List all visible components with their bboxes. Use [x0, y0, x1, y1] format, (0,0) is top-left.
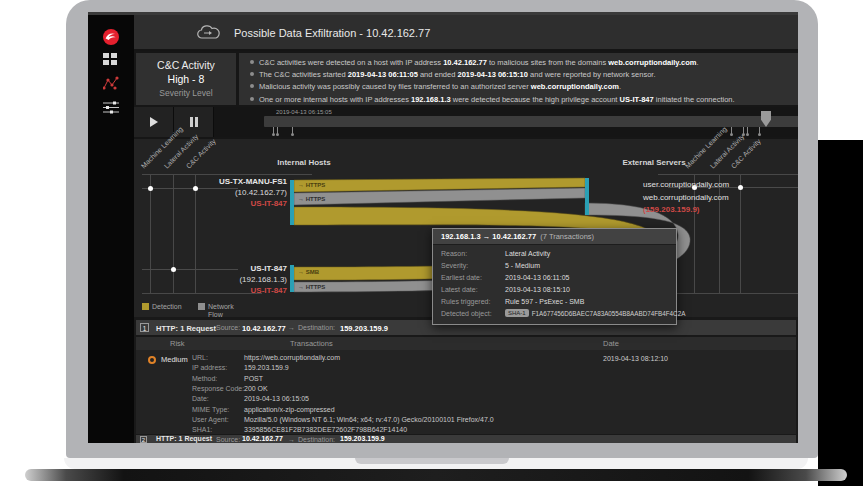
alert-bullet: One or more internal hosts with IP addre…: [247, 95, 792, 104]
detection-swatch: [142, 303, 149, 310]
transactions-table-header: Risk Transactions Date: [136, 337, 796, 350]
col-date: Date: [603, 337, 619, 350]
transaction-detail-row: Medium URL:https://web.corruptiondaily.c…: [136, 350, 796, 434]
alert-summary-panel: C&C activities were detected on a host w…: [239, 53, 798, 105]
mime-type-value: application/x-zip-compressed: [244, 406, 335, 413]
grid-column-line: [150, 174, 151, 293]
alert-bullet: C&C activities were detected on a host w…: [247, 58, 792, 67]
network-flow-swatch: [198, 303, 205, 310]
ip-value: 159.203.159.9: [244, 364, 289, 371]
flow-tooltip: 192.168.1.3 → 10.42.162.77 (7 Transactio…: [432, 228, 677, 325]
tooltip-row: Rules triggered:Rule 597 - PsExec - SMB: [433, 296, 676, 308]
play-button[interactable]: [134, 107, 174, 137]
method-value: POST: [244, 375, 263, 382]
flow-protocol-label: → HTTPS: [298, 182, 325, 188]
grid-border: [658, 293, 798, 294]
risk-label: Medium: [161, 355, 188, 364]
tooltip-detected-row: Detected object:SHA-1F1A677456D6BAEC7A83…: [433, 308, 676, 320]
risk-medium-icon: [148, 356, 156, 364]
page-title: Possible Data Exfiltration - 10.42.162.7…: [234, 15, 430, 51]
bullet-icon: [250, 84, 254, 88]
bullet-icon: [250, 97, 254, 101]
severity-panel: C&C Activity High - 8 Severity Level: [136, 53, 236, 105]
tooltip-count: (7 Transactions): [540, 232, 594, 241]
detection-dot[interactable]: [148, 186, 153, 191]
laptop-base: [64, 458, 808, 469]
laptop-frame: Possible Data Exfiltration - 10.42.162.7…: [66, 0, 818, 458]
timeline-timestamp: 2019-04-13 06:15:05: [276, 109, 332, 115]
grid-column-line: [173, 174, 174, 293]
pause-icon: [190, 117, 198, 127]
severity-caption: Severity Level: [136, 88, 236, 98]
timeline-track[interactable]: [264, 116, 798, 127]
detection-dot[interactable]: [171, 267, 176, 272]
correlation-graph-icon[interactable]: [103, 76, 119, 92]
page-background: Possible Data Exfiltration - 10.42.162.7…: [0, 0, 863, 486]
internal-hosts-header: Internal Hosts: [249, 158, 359, 167]
source-ip: 10.42.162.77: [242, 324, 286, 333]
grid-border: [658, 174, 798, 175]
timeline-event-tick: [273, 127, 274, 134]
internal-host-node[interactable]: US-TX-MANU-FS1 (10.42.162.77) US-IT-847: [180, 176, 287, 209]
request-number-badge: 1: [140, 323, 149, 332]
laptop-base-shadow: [25, 469, 847, 481]
tooltip-title: 192.168.1.3 → 10.42.162.77: [441, 232, 536, 241]
sha1-badge: SHA-1: [505, 309, 529, 317]
flow-protocol-label: → HTTPS: [298, 196, 325, 202]
arrow-glyph: →: [288, 324, 295, 331]
timeline-event-tick: [277, 127, 278, 134]
page-dark-section: [818, 140, 863, 486]
exfiltration-cloud-icon: [196, 25, 222, 45]
internal-host-node[interactable]: US-IT-847 (192.168.1.3) US-IT-847: [180, 263, 287, 296]
timeline-event-tick: [759, 127, 760, 134]
request-group-row-2[interactable]: 2 HTTP: 1 Request Source: 10.42.162.77 →…: [136, 435, 796, 443]
date-value: 2019-04-13 06:15:05: [244, 395, 309, 402]
incident-title-bar: Possible Data Exfiltration - 10.42.162.7…: [134, 15, 798, 51]
bullet-icon: [250, 60, 254, 64]
timeline-event-tick: [292, 127, 293, 134]
tooltip-header: 192.168.1.3 → 10.42.162.77 (7 Transactio…: [433, 229, 676, 245]
trend-micro-logo-icon[interactable]: [103, 29, 119, 45]
laptop-notch: [355, 458, 509, 464]
col-transactions: Transactions: [290, 337, 333, 350]
grid-border: [142, 174, 312, 175]
laptop-screen: Possible Data Exfiltration - 10.42.162.7…: [88, 12, 798, 443]
legend-label: Detection: [152, 303, 182, 311]
user-agent-value: Mozilla/5.0 (Windows NT 6.1; Win64; x64;…: [244, 416, 494, 423]
timeline-event-tick: [747, 127, 748, 134]
detected-object-hash: F1A677456D6BAEC7A83A0554B8AABD74FB4F4C2A: [532, 310, 686, 317]
arrow-glyph: →: [288, 436, 295, 443]
request-number-badge: 2: [140, 436, 147, 443]
flow-protocol-label: → SMB: [298, 269, 319, 275]
timeline-event-tick: [743, 127, 744, 134]
response-code-value: 200 OK: [244, 385, 268, 392]
col-risk: Risk: [170, 337, 185, 350]
tooltip-row: Reason:Lateral Activity: [433, 248, 676, 260]
filter-sliders-icon[interactable]: [103, 100, 119, 116]
play-icon: [150, 117, 158, 127]
flow-protocol-label: → HTTPS: [298, 284, 325, 290]
tooltip-row: Latest date:2019-04-13 08:15:10: [433, 284, 676, 296]
severity-level: High - 8: [136, 73, 236, 85]
external-server-node[interactable]: user.corruptiondaily.com web.corruptiond…: [643, 179, 798, 217]
sha1-value: 3395856CE81F2B7382DEE72602F798B642F14140: [244, 426, 407, 433]
timeline-event-tick: [731, 127, 732, 134]
url-value: https://web.corruptiondaily.com: [244, 354, 340, 361]
app-sidebar: [88, 15, 134, 443]
transaction-date: 2019-04-13 08:12:10: [603, 355, 668, 362]
tooltip-row: Earliest date:2019-04-13 06:11:05: [433, 272, 676, 284]
source-ip: 10.42.162.77: [242, 435, 283, 442]
alert-bullet: Malicious activity was possibly caused b…: [247, 82, 792, 91]
bullet-icon: [250, 72, 254, 76]
destination-ip: 159.203.159.9: [340, 324, 388, 333]
severity-activity: C&C Activity: [136, 59, 236, 71]
destination-ip: 159.203.159.9: [340, 435, 385, 442]
playback-timeline: 2019-04-13 06:15:05: [134, 107, 798, 137]
dashboard-icon[interactable]: [103, 51, 119, 67]
tooltip-row: Severity:5 - Medium: [433, 260, 676, 272]
alert-bullet: The C&C activities started 2019-04-13 06…: [247, 70, 792, 79]
